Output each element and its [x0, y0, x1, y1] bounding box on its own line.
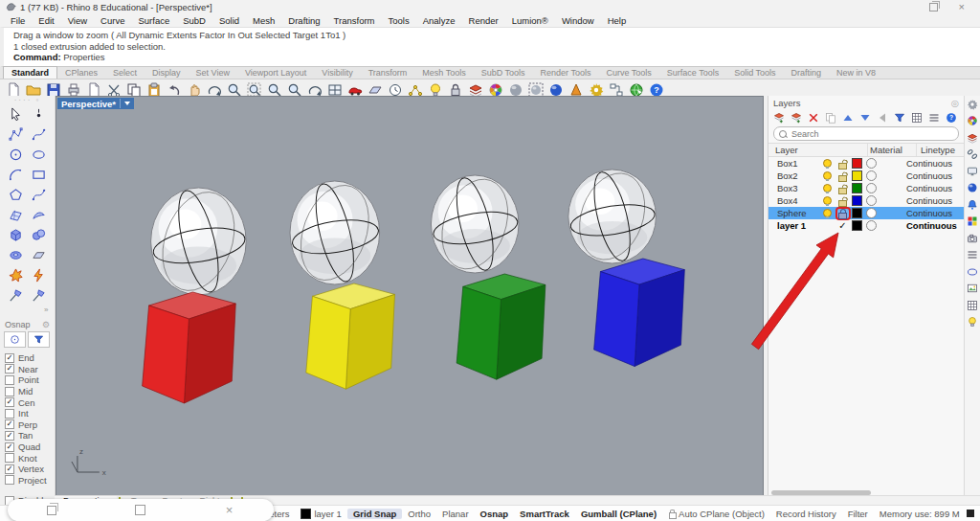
red-unit-box[interactable]: [143, 292, 236, 403]
overlay-restore-button[interactable]: [47, 506, 56, 515]
layer-name[interactable]: Sphere: [768, 208, 821, 218]
blue-unit-box[interactable]: [594, 259, 685, 367]
layer-row-box3[interactable]: Box3Continuous: [768, 182, 964, 194]
osnap-item-mid[interactable]: Mid: [5, 386, 55, 397]
filter-layers-button[interactable]: [893, 111, 906, 125]
toolbar-tab-new-in-v8[interactable]: New in V8: [829, 67, 883, 79]
toolbar-tab-subd-tools[interactable]: SubD Tools: [474, 67, 533, 79]
named-views-tab[interactable]: [967, 232, 979, 244]
menu-item-tools[interactable]: Tools: [382, 15, 416, 26]
toolbar-tab-viewport-layout[interactable]: Viewport Layout: [237, 67, 314, 79]
osnap-gear-icon[interactable]: ⚙: [42, 320, 50, 329]
checkbox-knot[interactable]: [5, 453, 14, 463]
blue-unit-sphere[interactable]: [568, 164, 657, 269]
osnap-item-int[interactable]: Int: [5, 408, 55, 419]
command-area[interactable]: Drag a window to zoom ( All Dynamic Exte…: [0, 27, 980, 67]
layer-lock-toggle[interactable]: [834, 207, 852, 220]
viewport-title-label[interactable]: Perspective*: [57, 98, 134, 109]
layer-name[interactable]: Box3: [768, 183, 821, 193]
new-layer-button[interactable]: [772, 111, 786, 125]
web-browser-panel-tab[interactable]: [967, 182, 979, 194]
layer-linetype[interactable]: Continuous: [906, 220, 964, 231]
osnap-item-cen[interactable]: ✓Cen: [5, 396, 55, 408]
freeform-curve-tool-button[interactable]: [28, 185, 50, 204]
toolbar-tab-display[interactable]: Display: [145, 67, 189, 79]
layer-visibility-toggle[interactable]: [821, 171, 834, 180]
plane-surface-tool-button[interactable]: [28, 245, 50, 264]
layer-name[interactable]: Box1: [768, 158, 821, 169]
overlay-close-button[interactable]: ×: [215, 504, 244, 516]
move-layer-down-button[interactable]: [858, 111, 872, 125]
menu-item-subd[interactable]: SubD: [176, 15, 212, 26]
osnap-item-point[interactable]: Point: [5, 374, 55, 386]
layer-row-layer-1[interactable]: layer 1✓Continuous: [768, 219, 964, 232]
torus-tool-button[interactable]: [5, 245, 27, 264]
checkbox-int[interactable]: [5, 409, 14, 419]
sphere-pair-tool-button[interactable]: [28, 225, 50, 244]
status-auto-cplane-object[interactable]: Auto CPlane (Object): [662, 509, 770, 519]
layers-help-button[interactable]: [945, 111, 958, 125]
more-tools-chevron[interactable]: »: [28, 306, 51, 314]
layer-material-circle[interactable]: [866, 208, 877, 218]
toolbar-tab-curve-tools[interactable]: Curve Tools: [598, 67, 658, 79]
checkbox-perp[interactable]: ✓: [5, 419, 14, 429]
toolbar-tab-mesh-tools[interactable]: Mesh Tools: [414, 67, 473, 79]
display-panel-tab[interactable]: [967, 165, 979, 177]
checkbox-mid[interactable]: [5, 387, 14, 396]
menu-item-lumion[interactable]: Lumion®: [505, 15, 555, 26]
yellow-unit-box[interactable]: [306, 283, 395, 389]
sweep-surface-tool-button[interactable]: [28, 205, 50, 224]
column-header-layer[interactable]: Layer: [768, 144, 868, 156]
layer-lock-toggle[interactable]: [834, 159, 852, 169]
arc-tool-button[interactable]: [5, 165, 27, 184]
toolbar-tab-drafting[interactable]: Drafting: [784, 67, 830, 79]
yellow-unit-sphere[interactable]: [289, 176, 382, 290]
menu-item-curve[interactable]: Curve: [94, 15, 131, 26]
menu-item-surface[interactable]: Surface: [131, 15, 176, 26]
menu-item-file[interactable]: File: [4, 15, 32, 26]
control-point-curve-tool-button[interactable]: [28, 125, 50, 144]
layers-search-box[interactable]: [773, 126, 959, 141]
status-planar[interactable]: Planar: [436, 509, 474, 519]
layer-lock-toggle[interactable]: ✓: [834, 220, 852, 231]
osnap-item-tan[interactable]: ✓Tan: [5, 430, 55, 442]
menu-item-render[interactable]: Render: [462, 15, 505, 26]
toolbar-tab-render-tools[interactable]: Render Tools: [533, 67, 599, 79]
menu-item-analyze[interactable]: Analyze: [416, 15, 462, 26]
trim-tool-button[interactable]: [5, 285, 27, 305]
status-filter[interactable]: Filter: [842, 509, 874, 519]
layer-row-box1[interactable]: Box1Continuous: [768, 157, 964, 170]
toolbar-tab-standard[interactable]: Standard: [3, 66, 57, 79]
layer-row-box2[interactable]: Box2Continuous: [768, 170, 964, 182]
layer-color-swatch[interactable]: [852, 170, 862, 181]
restore-window-button[interactable]: [929, 3, 938, 11]
layer-linetype[interactable]: Continuous: [906, 183, 964, 193]
layer-lock-toggle[interactable]: [834, 184, 852, 193]
status-gumball-cplane[interactable]: Gumball (CPlane): [575, 509, 662, 519]
split-tool-button[interactable]: [28, 285, 50, 305]
box-tool-button[interactable]: [5, 225, 27, 244]
osnap-item-project[interactable]: Project: [5, 475, 55, 487]
color-swatches-tab[interactable]: [967, 215, 979, 228]
layer-lock-toggle[interactable]: [834, 171, 852, 181]
column-header-linetype[interactable]: Linetype: [917, 145, 964, 155]
polygon-tool-button[interactable]: [5, 185, 27, 204]
osnap-item-vertex[interactable]: ✓Vertex: [5, 464, 55, 475]
viewport-menu-caret-icon[interactable]: [124, 102, 130, 105]
status-smarttrack[interactable]: SmartTrack: [514, 509, 575, 519]
status-osnap[interactable]: Osnap: [475, 509, 515, 519]
layer-linetype[interactable]: Continuous: [906, 208, 964, 218]
notes-tab[interactable]: [967, 249, 979, 261]
polyline-tool-button[interactable]: [5, 125, 27, 144]
osnap-item-end[interactable]: ✓End: [5, 352, 55, 364]
object-leash-tab[interactable]: [967, 148, 979, 161]
menu-item-transform[interactable]: Transform: [327, 15, 382, 26]
red-unit-sphere[interactable]: [150, 182, 248, 301]
toolbar-tab-transform[interactable]: Transform: [361, 67, 415, 79]
layer-color-swatch[interactable]: [852, 220, 862, 231]
viewport-perspective[interactable]: Perspective* xz: [56, 96, 764, 496]
delete-layer-button[interactable]: [807, 111, 820, 125]
green-unit-box[interactable]: [457, 274, 546, 379]
status-memory-use-899-m[interactable]: Memory use: 899 M: [874, 509, 966, 519]
layer-material-circle[interactable]: [866, 220, 877, 231]
